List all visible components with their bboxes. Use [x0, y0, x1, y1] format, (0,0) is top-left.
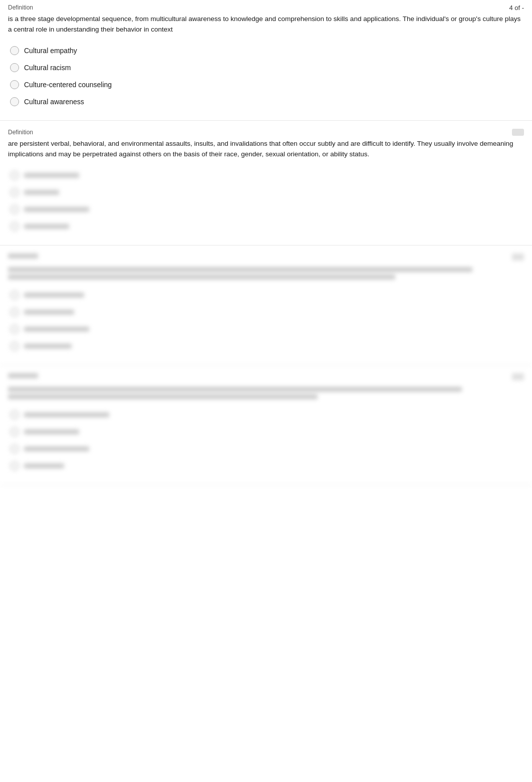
radio-button: [10, 188, 19, 197]
option-label: [24, 310, 74, 315]
option-label: [24, 412, 109, 417]
option-label: [24, 173, 79, 178]
list-item: [8, 321, 524, 338]
radio-button: [10, 427, 19, 436]
option-label: [24, 224, 69, 229]
question-2-text: are persistent verbal, behavioral, and e…: [8, 139, 524, 160]
list-item[interactable]: Cultural empathy: [8, 42, 524, 59]
question-1: Definition is a three stage developmenta…: [0, 0, 532, 121]
list-item: [8, 167, 524, 184]
radio-button: [10, 308, 19, 317]
radio-button: [10, 342, 19, 351]
radio-button: [10, 325, 19, 334]
list-item: [8, 304, 524, 321]
list-item: [8, 457, 524, 474]
list-item: [8, 218, 524, 235]
radio-button: [10, 171, 19, 180]
option-label: [24, 429, 79, 434]
question-1-options: Cultural empathy Cultural racism Culture…: [8, 42, 524, 110]
list-item[interactable]: Cultural awareness: [8, 93, 524, 110]
option-label: [24, 446, 89, 451]
radio-button: [10, 205, 19, 214]
option-label: [24, 344, 72, 349]
option-label: Culture-centered counseling: [24, 81, 112, 89]
list-item[interactable]: Culture-centered counseling: [8, 76, 524, 93]
radio-button: [10, 291, 19, 300]
list-item: [8, 423, 524, 440]
list-item: [8, 338, 524, 355]
question-2-options: [8, 167, 524, 235]
question-1-text: is a three stage developmental sequence,…: [8, 14, 524, 35]
question-2-label: Definition: [8, 129, 524, 136]
option-label: [24, 207, 89, 212]
radio-button[interactable]: [10, 97, 19, 106]
radio-button: [10, 461, 19, 470]
list-item: [8, 406, 524, 423]
radio-button[interactable]: [10, 63, 19, 72]
option-label: Cultural awareness: [24, 98, 84, 106]
option-label: [24, 190, 59, 195]
answer-indicator: [512, 373, 524, 380]
list-item[interactable]: Cultural racism: [8, 59, 524, 76]
option-label: Cultural empathy: [24, 47, 77, 55]
answer-indicator: [512, 253, 524, 260]
question-2: Definition are persistent verbal, behavi…: [0, 121, 532, 245]
question-1-label: Definition: [8, 4, 524, 11]
list-item: [8, 287, 524, 304]
option-label: [24, 327, 89, 332]
radio-button[interactable]: [10, 46, 19, 55]
radio-button: [10, 410, 19, 419]
option-label: Cultural racism: [24, 64, 71, 72]
list-item: [8, 201, 524, 218]
list-item: [8, 184, 524, 201]
answer-indicator: [512, 129, 524, 136]
option-label: [24, 293, 84, 298]
question-4: [0, 365, 532, 485]
question-4-options: [8, 406, 524, 474]
radio-button: [10, 222, 19, 231]
option-label: [24, 463, 64, 468]
question-3: [0, 245, 532, 365]
radio-button: [10, 444, 19, 453]
list-item: [8, 440, 524, 457]
radio-button[interactable]: [10, 80, 19, 89]
question-3-options: [8, 287, 524, 355]
